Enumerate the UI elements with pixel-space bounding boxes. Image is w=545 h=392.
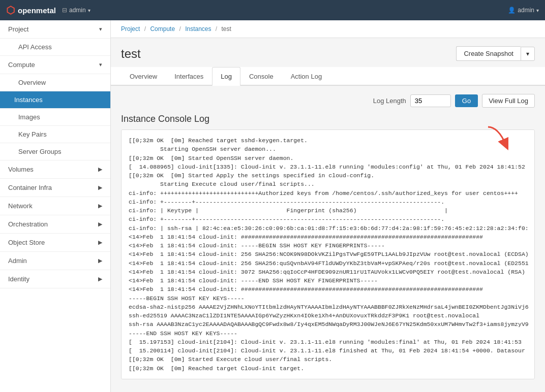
top-navbar: ⬡ openmetal ⊟ admin ▾ 👤 admin ▾ (0, 0, 545, 20)
sidebar-item-api-access[interactable]: API Access (0, 39, 110, 56)
page-header: test Create Snapshot ▾ (111, 38, 545, 65)
view-full-log-button[interactable]: View Full Log (482, 94, 535, 108)
sidebar-item-overview[interactable]: Overview (0, 74, 110, 91)
sidebar-item-key-pairs[interactable]: Key Pairs (0, 126, 110, 143)
chevron-container: ▶ (98, 184, 102, 191)
chevron-admin: ▶ (98, 257, 102, 264)
breadcrumb-sep-1: / (144, 25, 146, 32)
sidebar-admin-label: Admin (8, 257, 27, 265)
sidebar-orchestration-header[interactable]: Orchestration ▶ (0, 215, 110, 234)
chevron-volumes: ▶ (98, 166, 102, 173)
page-title: test (121, 47, 141, 61)
admin-label-left: admin (69, 7, 86, 14)
sidebar-item-instances[interactable]: Instances (0, 91, 110, 109)
sidebar-admin-header[interactable]: Admin ▶ (0, 252, 110, 270)
chevron-project: ▾ (99, 26, 102, 32)
breadcrumb-current: test (222, 25, 231, 32)
chevron-object-store: ▶ (98, 239, 102, 246)
tab-interfaces[interactable]: Interfaces (166, 67, 212, 86)
chevron-compute: ▾ (99, 61, 102, 68)
breadcrumb-project[interactable]: Project (121, 25, 140, 32)
sidebar-project-header[interactable]: Project ▾ (0, 20, 110, 39)
sidebar-volumes-header[interactable]: Volumes ▶ (0, 160, 110, 179)
sidebar-object-store-header[interactable]: Object Store ▶ (0, 234, 110, 252)
breadcrumb-sep-2: / (179, 25, 180, 32)
create-snapshot-group: Create Snapshot ▾ (456, 46, 535, 61)
admin-label-right: admin (518, 7, 534, 14)
user-icon: 👤 (508, 7, 516, 14)
chevron-down-icon-left: ▾ (88, 8, 90, 13)
chevron-orchestration: ▶ (98, 221, 102, 227)
tabs-bar: Overview Interfaces Log Console Action L… (111, 67, 545, 86)
brand-icon: ⬡ (6, 4, 15, 16)
tab-action-log[interactable]: Action Log (282, 67, 330, 86)
sidebar-network-header[interactable]: Network ▶ (0, 197, 110, 215)
sidebar: Project ▾ API Access Compute ▾ Overview … (0, 20, 111, 392)
sidebar-compute-label: Compute (8, 61, 35, 69)
sidebar-container-label: Container Infra (8, 184, 52, 191)
sidebar-orchestration-label: Orchestration (8, 220, 48, 228)
go-button[interactable]: Go (455, 94, 478, 107)
chevron-identity: ▶ (98, 276, 102, 282)
tab-console[interactable]: Console (240, 67, 282, 86)
chevron-network: ▶ (98, 203, 102, 209)
tab-log[interactable]: Log (212, 67, 240, 86)
log-section-title: Instance Console Log (121, 114, 535, 124)
sidebar-network-label: Network (8, 202, 33, 210)
brand-text: openmetal (18, 6, 56, 15)
breadcrumb-compute[interactable]: Compute (150, 25, 175, 32)
admin-dropdown-right[interactable]: 👤 admin ▾ (508, 7, 539, 14)
sidebar-identity-header[interactable]: Identity ▶ (0, 270, 110, 288)
create-snapshot-dropdown-button[interactable]: ▾ (521, 47, 535, 61)
sidebar-project-label: Project (8, 25, 28, 33)
sidebar-item-images[interactable]: Images (0, 109, 110, 126)
sidebar-container-infra-header[interactable]: Container Infra ▶ (0, 179, 110, 197)
log-controls: Log Length Go View Full Log (121, 94, 535, 108)
breadcrumb-sep-3: / (216, 25, 217, 32)
log-length-input[interactable] (410, 94, 451, 107)
log-output[interactable]: [[0;32m OK [0m] Reached target sshd-keyg… (121, 129, 535, 379)
breadcrumb-instances[interactable]: Instances (185, 25, 211, 32)
brand-logo[interactable]: ⬡ openmetal (6, 4, 56, 16)
admin-dropdown-left[interactable]: ⊟ admin ▾ (62, 7, 90, 14)
sidebar-compute-header[interactable]: Compute ▾ (0, 56, 110, 74)
log-length-label: Log Length (373, 97, 406, 105)
admin-icon-left: ⊟ (62, 7, 67, 14)
sidebar-item-server-groups[interactable]: Server Groups (0, 143, 110, 160)
main-content: Project / Compute / Instances / test tes… (111, 20, 545, 392)
tab-overview[interactable]: Overview (121, 67, 166, 86)
sidebar-identity-label: Identity (8, 275, 29, 283)
chevron-down-icon-right: ▾ (536, 8, 539, 13)
sidebar-object-store-label: Object Store (8, 239, 45, 246)
create-snapshot-button[interactable]: Create Snapshot (456, 46, 521, 61)
sidebar-volumes-label: Volumes (8, 166, 34, 173)
breadcrumb: Project / Compute / Instances / test (111, 20, 545, 38)
log-section: Log Length Go View Full Log Instance Con… (111, 86, 545, 387)
